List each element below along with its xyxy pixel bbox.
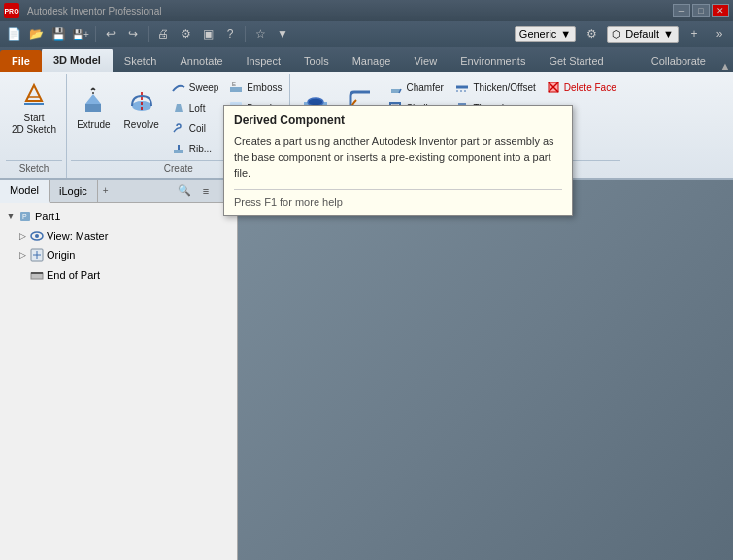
panel-tab-model[interactable]: Model xyxy=(0,180,50,203)
sketch-group-label: Sketch xyxy=(6,160,62,176)
svg-rect-0 xyxy=(24,103,44,105)
tab-manage[interactable]: Manage xyxy=(341,50,403,72)
svg-point-47 xyxy=(35,234,39,238)
tree-item-origin[interactable]: ▷ Origin xyxy=(2,246,235,265)
expand-button[interactable]: » xyxy=(710,24,729,44)
tab-environments[interactable]: Environments xyxy=(449,50,537,72)
svg-marker-1 xyxy=(26,85,42,101)
tree-item-endofpart[interactable]: ▷ End of Part xyxy=(2,265,235,284)
separator2 xyxy=(148,26,149,42)
thicken-icon xyxy=(454,80,470,95)
panel-tabs: Model iLogic + 🔍 ≡ ✕ xyxy=(0,180,237,203)
origin-arrow: ▷ xyxy=(17,250,27,260)
emboss-icon: E xyxy=(228,80,244,95)
panel-tab-ilogic[interactable]: iLogic xyxy=(50,180,98,203)
select-button[interactable]: ▣ xyxy=(198,24,217,44)
tab-inspect[interactable]: Inspect xyxy=(235,50,292,72)
default-dropdown[interactable]: ⬡ Default ▼ xyxy=(607,26,679,43)
sketch-icon xyxy=(18,80,50,111)
app-icon: PRO xyxy=(4,3,19,18)
deleteface-button[interactable]: Delete Face xyxy=(542,78,620,97)
extra-button[interactable]: ☆ xyxy=(250,24,270,44)
tree-item-viewmaster[interactable]: ▷ View: Master xyxy=(2,226,235,246)
window-controls: ─ □ ✕ xyxy=(673,4,729,17)
chamfer-icon xyxy=(387,80,403,95)
tooltip-popup: Derived Component Creates a part using a… xyxy=(223,105,573,216)
svg-rect-13 xyxy=(230,87,242,92)
more-button[interactable]: + xyxy=(684,24,704,44)
svg-text:E: E xyxy=(232,82,236,87)
workspace: Model iLogic + 🔍 ≡ ✕ ▼ P xyxy=(0,180,733,560)
left-panel: Model iLogic + 🔍 ≡ ✕ ▼ P xyxy=(0,180,238,560)
separator xyxy=(95,26,96,42)
coil-button[interactable]: Coil xyxy=(167,118,223,138)
panel-search-button[interactable]: 🔍 xyxy=(175,181,194,201)
tab-annotate[interactable]: Annotate xyxy=(169,50,235,72)
tab-view[interactable]: View xyxy=(402,50,449,72)
redo-button[interactable]: ↪ xyxy=(123,24,143,44)
ribbon-expand-button[interactable]: ▲ xyxy=(717,60,733,72)
tab-sketch[interactable]: Sketch xyxy=(113,50,169,72)
tooltip-help: Press F1 for more help xyxy=(234,189,562,208)
properties-button[interactable]: ⚙ xyxy=(176,24,195,44)
undo-button[interactable]: ↩ xyxy=(101,24,120,44)
canvas-area[interactable] xyxy=(238,180,733,560)
svg-text:P: P xyxy=(22,214,27,220)
extra2-button[interactable]: ▼ xyxy=(273,24,292,44)
viewmaster-arrow: ▷ xyxy=(17,231,27,241)
maximize-button[interactable]: □ xyxy=(692,4,710,17)
rib-button[interactable]: Rib... xyxy=(167,139,223,158)
panel-tab-add[interactable]: + xyxy=(98,183,114,199)
coil-icon xyxy=(171,120,186,136)
endofpart-icon xyxy=(29,267,45,282)
save-button[interactable]: 💾 xyxy=(49,24,68,44)
rib-icon xyxy=(171,141,186,156)
tab-tools[interactable]: Tools xyxy=(292,50,341,72)
title-bar: PRO Autodesk Inventor Professional ─ □ ✕ xyxy=(0,0,733,21)
svg-marker-4 xyxy=(85,94,101,104)
svg-rect-3 xyxy=(85,104,101,112)
tooltip-title: Derived Component xyxy=(234,114,562,127)
tab-file[interactable]: File xyxy=(0,50,42,72)
deleteface-icon xyxy=(546,80,561,95)
viewmaster-icon xyxy=(29,228,45,244)
separator3 xyxy=(245,26,246,42)
tooltip-body: Creates a part using another Autodesk In… xyxy=(234,133,562,181)
loft-icon xyxy=(171,100,186,115)
saveall-button[interactable]: 💾+ xyxy=(71,24,90,44)
extrude-icon xyxy=(78,86,109,117)
chamfer-button[interactable]: Chamfer xyxy=(383,78,449,97)
loft-button[interactable]: Loft xyxy=(167,98,223,117)
svg-marker-10 xyxy=(175,104,183,112)
part1-icon: P xyxy=(17,209,33,224)
origin-icon xyxy=(29,247,45,263)
open-button[interactable]: 📂 xyxy=(26,24,46,44)
tree-item-part1[interactable]: ▼ P Part1 xyxy=(2,207,235,226)
model-tree: ▼ P Part1 ▷ View: Master xyxy=(0,203,237,560)
tab-getstarted[interactable]: Get Started xyxy=(537,50,615,72)
sweep-icon xyxy=(171,80,186,95)
panel-menu-button[interactable]: ≡ xyxy=(196,181,216,201)
close-button[interactable]: ✕ xyxy=(712,4,729,17)
emboss-button[interactable]: E Emboss xyxy=(224,78,285,97)
sweep-button[interactable]: Sweep xyxy=(167,78,223,97)
app-title: Autodesk Inventor Professional xyxy=(27,6,161,16)
minimize-button[interactable]: ─ xyxy=(673,4,690,17)
generic-dropdown[interactable]: Generic ▼ xyxy=(515,26,576,42)
help-button[interactable]: ? xyxy=(220,24,240,44)
start-sketch-button[interactable]: Start2D Sketch xyxy=(6,76,62,140)
tab-collaborate[interactable]: Collaborate xyxy=(640,50,717,72)
revolve-icon xyxy=(126,86,157,117)
settings-icon[interactable]: ⚙ xyxy=(582,24,601,44)
svg-rect-11 xyxy=(174,150,183,153)
extrude-button[interactable]: Extrude xyxy=(71,76,116,140)
new-button[interactable]: 📄 xyxy=(4,24,23,44)
quick-access-toolbar: 📄 📂 💾 💾+ ↩ ↪ 🖨 ⚙ ▣ ? ☆ ▼ Generic ▼ ⚙ ⬡ D… xyxy=(0,21,733,47)
tab-3dmodel[interactable]: 3D Model xyxy=(42,49,113,72)
ribbon-tabs: File 3D Model Sketch Annotate Inspect To… xyxy=(0,47,733,72)
part1-arrow: ▼ xyxy=(6,212,16,221)
thicken-button[interactable]: Thicken/Offset xyxy=(450,78,539,97)
ribbon-group-sketch: Start2D Sketch Sketch xyxy=(2,74,67,178)
print-button[interactable]: 🖨 xyxy=(153,24,173,44)
revolve-button[interactable]: Revolve xyxy=(118,76,165,140)
